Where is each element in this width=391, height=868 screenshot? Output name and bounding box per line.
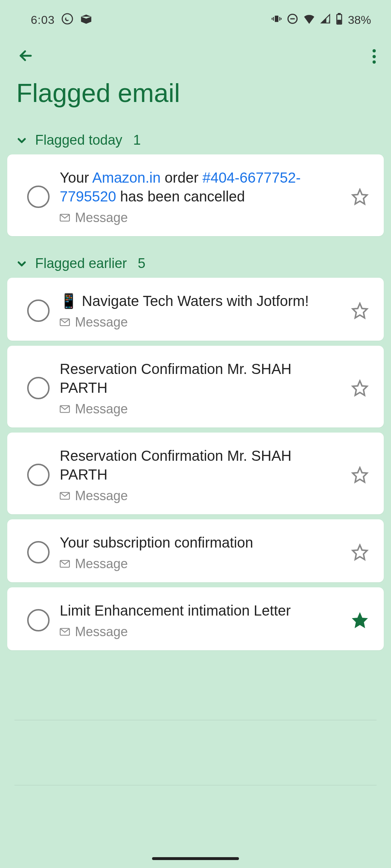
svg-marker-18 <box>353 381 367 395</box>
select-checkbox[interactable] <box>27 541 50 563</box>
email-card[interactable]: Reservation Confirmation Mr. SHAH PARTH … <box>7 346 384 427</box>
svg-marker-22 <box>353 545 367 559</box>
divider <box>14 785 377 786</box>
svg-rect-11 <box>338 20 341 23</box>
email-meta: Message <box>60 488 341 503</box>
package-icon <box>80 14 92 26</box>
star-icon[interactable] <box>351 466 369 484</box>
section-count: 5 <box>138 256 145 271</box>
empty-block <box>0 720 391 785</box>
empty-block <box>0 655 391 720</box>
email-card[interactable]: Limit Enhancement intimation Letter Mess… <box>7 587 384 650</box>
email-meta: Message <box>60 556 341 571</box>
svg-rect-10 <box>338 13 340 14</box>
svg-marker-20 <box>353 468 367 482</box>
section-label: Flagged today <box>35 132 122 148</box>
header-bar <box>0 35 391 69</box>
star-filled-icon[interactable] <box>351 612 369 629</box>
email-card[interactable]: Your Amazon.in order #404-6677752-779552… <box>7 154 384 236</box>
section-count: 1 <box>133 132 141 148</box>
select-checkbox[interactable] <box>27 464 50 486</box>
card-content: Your subscription confirmation Message <box>60 533 341 571</box>
email-subject: Limit Enhancement intimation Letter <box>60 601 341 620</box>
envelope-icon <box>60 318 70 326</box>
star-icon[interactable] <box>351 188 369 205</box>
status-left: 6:03 <box>31 13 92 27</box>
envelope-icon <box>60 492 70 500</box>
email-subject: 📱 Navigate Tech Waters with Jotform! <box>60 292 341 310</box>
svg-marker-24 <box>353 613 367 627</box>
status-time: 6:03 <box>31 13 55 27</box>
section-label: Flagged earlier <box>35 256 127 271</box>
email-card[interactable]: Your subscription confirmation Message <box>7 519 384 582</box>
card-content: 📱 Navigate Tech Waters with Jotform! Mes… <box>60 292 341 330</box>
today-list: Your Amazon.in order #404-6677752-779552… <box>0 154 391 236</box>
card-content: Reservation Confirmation Mr. SHAH PARTH … <box>60 359 341 417</box>
envelope-icon <box>60 628 70 636</box>
battery-percent: 38% <box>348 13 371 27</box>
email-subject: Your Amazon.in order #404-6677752-779552… <box>60 168 341 206</box>
earlier-list: 📱 Navigate Tech Waters with Jotform! Mes… <box>0 278 391 650</box>
envelope-icon <box>60 214 70 222</box>
card-content: Reservation Confirmation Mr. SHAH PARTH … <box>60 446 341 503</box>
dnd-icon <box>287 13 298 27</box>
email-card[interactable]: Reservation Confirmation Mr. SHAH PARTH … <box>7 433 384 514</box>
back-button[interactable] <box>18 48 33 65</box>
chevron-down-icon <box>16 258 27 269</box>
star-icon[interactable] <box>351 379 369 397</box>
select-checkbox[interactable] <box>27 609 50 631</box>
envelope-icon <box>60 405 70 413</box>
email-card[interactable]: 📱 Navigate Tech Waters with Jotform! Mes… <box>7 278 384 341</box>
signal-icon: ! <box>320 14 331 26</box>
svg-marker-14 <box>353 190 367 204</box>
email-subject: Reservation Confirmation Mr. SHAH PARTH <box>60 446 341 484</box>
whatsapp-icon <box>61 13 73 27</box>
envelope-icon <box>60 560 70 568</box>
card-content: Limit Enhancement intimation Letter Mess… <box>60 601 341 639</box>
more-menu-button[interactable] <box>371 47 377 65</box>
svg-marker-16 <box>353 303 367 318</box>
section-header-earlier[interactable]: Flagged earlier 5 <box>0 241 391 278</box>
select-checkbox[interactable] <box>27 299 50 322</box>
section-header-today[interactable]: Flagged today 1 <box>0 126 391 154</box>
star-icon[interactable] <box>351 544 369 561</box>
select-checkbox[interactable] <box>27 186 50 208</box>
wifi-icon <box>303 14 315 26</box>
navigation-handle[interactable] <box>152 857 239 860</box>
star-icon[interactable] <box>351 302 369 319</box>
battery-icon <box>336 13 343 27</box>
email-meta: Message <box>60 401 341 417</box>
card-content: Your Amazon.in order #404-6677752-779552… <box>60 168 341 225</box>
status-right: ! 38% <box>271 13 371 27</box>
select-checkbox[interactable] <box>27 377 50 399</box>
email-meta: Message <box>60 624 341 639</box>
email-subject: Reservation Confirmation Mr. SHAH PARTH <box>60 359 341 397</box>
page-title: Flagged email <box>0 69 391 126</box>
vibrate-icon <box>271 13 282 27</box>
svg-text:!: ! <box>328 20 329 24</box>
email-subject: Your subscription confirmation <box>60 533 341 552</box>
status-bar: 6:03 ! 38% <box>0 0 391 35</box>
email-meta: Message <box>60 210 341 225</box>
email-meta: Message <box>60 315 341 330</box>
chevron-down-icon <box>16 135 27 146</box>
svg-rect-1 <box>275 16 278 22</box>
svg-point-0 <box>62 14 72 24</box>
